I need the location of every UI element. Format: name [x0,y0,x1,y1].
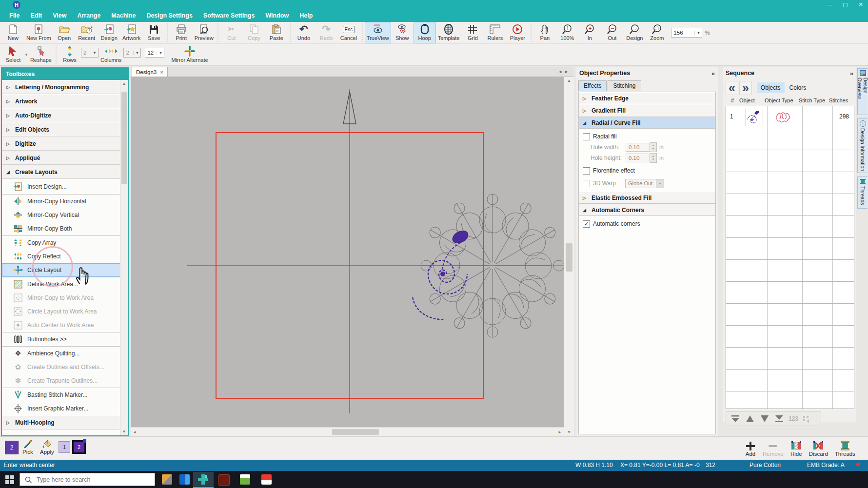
section-radial-curve-fill[interactable]: ◢Radial / Curve Fill [579,117,715,129]
section-multi-hooping[interactable]: ▷Multi-Hooping [2,415,120,429]
taskbar-app-files-icon[interactable] [162,474,172,485]
toolbox-item-basting-stitch-marker[interactable]: Basting Stitch Marker... [2,388,120,402]
move-to-start-icon[interactable] [730,415,741,423]
reshape-button[interactable]: Reshape [28,44,54,65]
menu-help[interactable]: Help [294,10,318,22]
scrollbar-thumb[interactable] [566,243,572,272]
section-feather-edge[interactable]: ▷Feather Edge [579,92,715,104]
tab-design-overview[interactable]: Design Overview [857,68,868,115]
minimize-button[interactable]: — [822,0,837,9]
tab-objects[interactable]: Objects [757,82,785,93]
select-button[interactable]: Select [2,44,24,65]
toolbox-item-insert-design[interactable]: Insert Design... [2,179,120,194]
move-up-icon[interactable] [745,415,755,423]
menu-window[interactable]: Window [260,10,294,22]
undo-button[interactable]: ↶ Undo [293,22,315,43]
menu-machine[interactable]: Machine [106,10,141,22]
section-create-layouts[interactable]: ◢Create Layouts [2,165,120,179]
section-lettering[interactable]: ▷Lettering / Monogramming [2,80,120,94]
show-menu-button[interactable]: Show [391,22,414,43]
mirror-alternate-button[interactable]: Mirror Alternate [169,44,210,65]
section-auto-digitize[interactable]: ▷Auto-Digitize [2,108,120,122]
print-preview-button[interactable]: Preview [193,22,216,43]
taskbar-app-blue-icon[interactable] [179,474,190,485]
menu-arrange[interactable]: Arrange [72,10,106,22]
tab-effects[interactable]: Effects [578,80,607,91]
section-elastic-embossed-fill[interactable]: ▷Elastic Embossed Fill [579,192,715,204]
tab-threads[interactable]: Threads [857,176,868,209]
stitch-player-button[interactable]: Player [506,22,529,43]
toolbox-item-ambience-quilting[interactable]: ❖ Ambience Quilting... [2,347,120,360]
cancel-button[interactable]: Esc Cancel [337,22,360,43]
maximize-button[interactable]: ▢ [838,0,852,9]
add-color-button[interactable]: Add [745,438,756,460]
zoom-to-design-button[interactable]: Design [623,22,646,43]
taskbar-search-box[interactable] [20,473,155,486]
save-button[interactable]: Save [143,22,165,43]
automatic-corners-checkbox-row[interactable]: ✓ Automatic corners [579,218,715,229]
radial-fill-checkbox-row[interactable]: Radial fill [579,131,715,142]
toolboxes-scrollbar[interactable]: ▲ ▼ [120,80,128,435]
tab-stitching[interactable]: Stitching [608,80,641,91]
new-from-button[interactable]: New From [24,22,53,43]
threads-button[interactable]: Threads [835,438,855,460]
scrollbar-thumb[interactable] [121,92,127,184]
florentine-effect-checkbox-row[interactable]: Florentine effect [579,165,715,176]
zoom-box-button[interactable]: Zoom [646,22,668,43]
back-color-icon[interactable]: « [726,81,738,95]
section-applique[interactable]: ▷Appliqué [2,151,120,165]
menu-edit[interactable]: Edit [25,10,48,22]
scrollbar-thumb[interactable] [332,429,379,435]
new-button[interactable]: New [2,22,24,43]
checkbox-unchecked[interactable] [583,133,590,140]
tab-design3[interactable]: Design3 × [132,67,168,77]
zoom-in-button[interactable]: In [578,22,601,43]
insert-artwork-button[interactable]: Artwork [120,22,143,43]
search-input[interactable] [36,476,135,484]
apply-color-button[interactable]: Apply [40,439,54,455]
sequence-row-1[interactable]: 1 298 [726,106,854,128]
zoom-out-button[interactable]: Out [601,22,623,43]
toolbox-item-mirror-copy-both[interactable]: Mirror-Copy Both [2,222,120,235]
tab-close-icon[interactable]: × [160,69,163,75]
collapse-panel-icon[interactable]: » [850,70,853,77]
chevron-down-icon[interactable]: ▼ [157,51,164,55]
print-button[interactable]: Print [170,22,193,43]
start-button-icon[interactable] [5,475,14,484]
toolbox-item-mirror-copy-horizontal[interactable]: Mirror-Copy Horizontal [2,195,120,208]
spacing-combobox[interactable]: 12 ▼ [145,48,164,58]
forward-color-icon[interactable]: » [739,81,752,95]
discard-color-button[interactable]: Discard [809,438,828,460]
pick-color-button[interactable]: Pick [22,439,33,455]
hide-color-button[interactable]: Hide [790,438,802,460]
color-swatch-1[interactable]: 1 [59,441,70,453]
toolbox-item-insert-graphic-marker[interactable]: Insert Graphic Marker... [2,402,120,415]
insert-design-button[interactable]: Design [98,22,120,43]
toolbox-item-buttonholes[interactable]: Buttonholes >> [2,332,120,346]
toolbox-item-copy-array[interactable]: Copy Array [2,236,120,250]
menu-software-settings[interactable]: Software Settings [198,10,260,22]
toolbox-item-mirror-copy-vertical[interactable]: Mirror-Copy Vertical [2,208,120,222]
move-down-icon[interactable] [759,415,770,423]
section-digitize[interactable]: ▷Digitize [2,137,120,151]
menu-view[interactable]: View [47,10,72,22]
tab-scroll-arrows[interactable]: ◄► [558,69,571,74]
taskbar-app-darkred-icon[interactable] [218,474,230,486]
taskbar-active-app-highlight[interactable] [193,472,214,488]
menu-file[interactable]: File [4,10,25,22]
checkbox-unchecked[interactable] [583,167,590,175]
open-button[interactable]: Open [53,22,76,43]
paste-button[interactable]: Paste [265,22,288,43]
zoom-percent-combobox[interactable]: 156 ▼ [671,28,702,38]
sequence-table[interactable]: 1 298 [726,106,854,409]
trueview-toggle[interactable]: TrueView [365,22,391,43]
close-button[interactable]: ✕ [853,0,868,9]
section-gradient-fill[interactable]: ▷Gradient Fill [579,104,715,117]
scroll-down-icon[interactable]: ▼ [120,429,128,434]
taskbar-app-red-icon[interactable] [261,474,272,485]
tab-colors[interactable]: Colors [786,82,810,93]
hoop-toggle[interactable]: Hoop [414,22,436,43]
select-dropdown-arrow-icon[interactable]: ▼ [24,53,28,57]
recent-button[interactable]: Recent [76,22,98,43]
chevron-down-icon[interactable]: ▼ [694,31,702,35]
